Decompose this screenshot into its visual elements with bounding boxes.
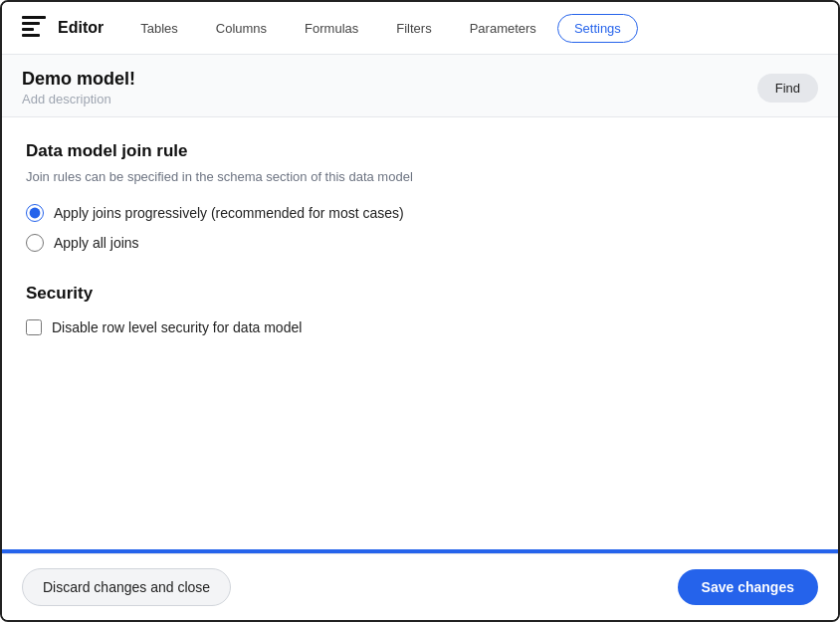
radio-all-joins-label: Apply all joins xyxy=(54,235,139,251)
radio-progressive-label: Apply joins progressively (recommended f… xyxy=(54,205,404,221)
tab-columns[interactable]: Columns xyxy=(199,14,284,43)
svg-rect-1 xyxy=(22,22,40,25)
join-rule-description: Join rules can be specified in the schem… xyxy=(26,169,814,184)
editor-label: Editor xyxy=(58,19,104,37)
tab-settings[interactable]: Settings xyxy=(557,14,638,43)
svg-rect-3 xyxy=(22,34,40,37)
radio-all-joins-input[interactable] xyxy=(26,234,44,252)
settings-content: Data model join rule Join rules can be s… xyxy=(2,117,838,549)
join-rule-radio-group: Apply joins progressively (recommended f… xyxy=(26,204,814,252)
security-checkbox-item[interactable]: Disable row level security for data mode… xyxy=(26,319,814,335)
footer: Discard changes and close Save changes xyxy=(2,553,838,620)
find-button[interactable]: Find xyxy=(757,74,818,103)
join-rule-title: Data model join rule xyxy=(26,141,814,161)
model-description-placeholder[interactable]: Add description xyxy=(22,92,135,106)
radio-progressive-input[interactable] xyxy=(26,204,44,222)
model-title: Demo model! xyxy=(22,69,135,90)
tab-formulas[interactable]: Formulas xyxy=(288,14,375,43)
security-title: Security xyxy=(26,284,814,304)
svg-rect-2 xyxy=(22,28,34,31)
radio-all-joins[interactable]: Apply all joins xyxy=(26,234,814,252)
logo-area: Editor xyxy=(18,12,104,44)
tab-filters[interactable]: Filters xyxy=(379,14,448,43)
model-title-area: Demo model! Add description xyxy=(22,69,135,106)
app-logo-icon xyxy=(18,12,50,44)
radio-progressive[interactable]: Apply joins progressively (recommended f… xyxy=(26,204,814,222)
join-rule-section: Data model join rule Join rules can be s… xyxy=(26,141,814,252)
security-checkbox-input[interactable] xyxy=(26,319,42,335)
app-header: Editor Tables Columns Formulas Filters P… xyxy=(2,2,838,55)
security-section: Security Disable row level security for … xyxy=(26,284,814,335)
discard-button[interactable]: Discard changes and close xyxy=(22,568,231,606)
save-button[interactable]: Save changes xyxy=(678,569,818,605)
tab-parameters[interactable]: Parameters xyxy=(453,14,553,43)
model-header: Demo model! Add description Find xyxy=(2,55,838,117)
tab-tables[interactable]: Tables xyxy=(123,14,195,43)
nav-tabs: Tables Columns Formulas Filters Paramete… xyxy=(123,14,638,43)
security-checkbox-label: Disable row level security for data mode… xyxy=(52,319,302,335)
svg-rect-0 xyxy=(22,16,46,19)
